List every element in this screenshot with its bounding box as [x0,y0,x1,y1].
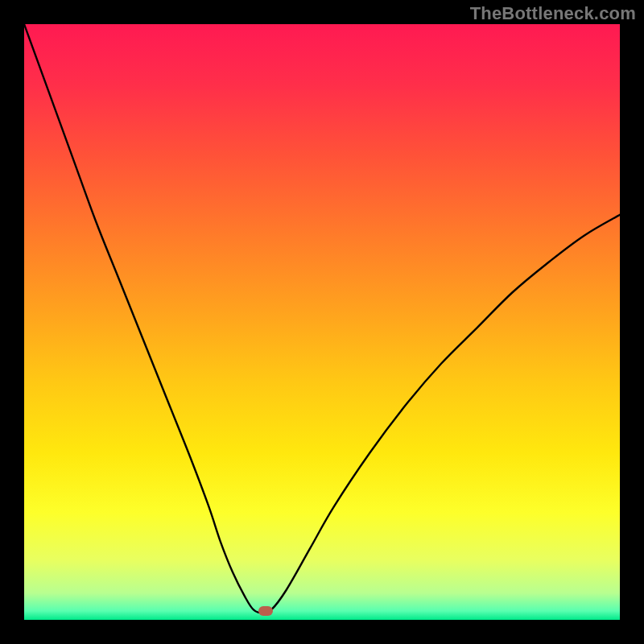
minimum-marker [258,606,273,616]
watermark-text: TheBottleneck.com [470,3,636,24]
plot-area [24,24,620,620]
chart-frame: TheBottleneck.com [0,0,644,644]
curve-line [24,24,620,620]
